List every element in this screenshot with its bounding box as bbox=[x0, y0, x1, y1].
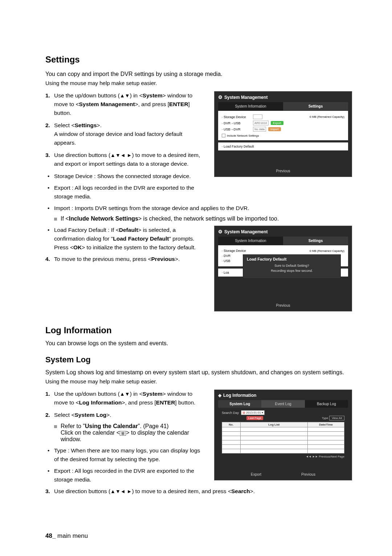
prev-next-page[interactable]: ◄◄ ►► Previous/Next Page bbox=[222, 455, 344, 458]
last-page-button[interactable]: Last Page bbox=[246, 416, 263, 420]
gear-icon: ⚙ bbox=[218, 94, 222, 100]
log-info-intro: You can browse logs on the system and ev… bbox=[45, 339, 352, 348]
network-settings-note: If <Include Network Settings> is checked… bbox=[45, 215, 352, 222]
type-select[interactable]: View All bbox=[329, 416, 344, 420]
bullet-export: Export : All logs recorded in the DVR ar… bbox=[45, 184, 205, 201]
step-4: 4.To move to the previous menu, press <P… bbox=[45, 255, 205, 263]
step-3: 3.Use direction buttons (▲▼◄ ►) to move … bbox=[45, 151, 205, 168]
bullet-type: Type : When there are too many logs, you… bbox=[45, 446, 205, 464]
previous-button[interactable]: Previous bbox=[215, 303, 352, 307]
log-step-1: 1.Use the up/down buttons (▲▼) in <Syste… bbox=[45, 390, 205, 407]
log-table: No.Log ListDate/Time bbox=[222, 422, 344, 454]
step-1: 1.Use the up/down buttons (▲▼) in <Syste… bbox=[45, 91, 205, 117]
search-day-input[interactable]: ▦2013-01-01 ▾ bbox=[241, 410, 265, 415]
tab-settings[interactable]: Settings bbox=[283, 102, 348, 110]
bullet-import: Import : Imports DVR settings from the s… bbox=[45, 204, 352, 213]
bullet-storage: Storage Device : Shows the connected sto… bbox=[45, 172, 205, 181]
log-icon: ◈ bbox=[218, 393, 221, 398]
tab-event-log[interactable]: Event Log bbox=[261, 400, 305, 408]
tab-system-info[interactable]: System Information bbox=[218, 102, 283, 110]
system-log-heading: System Log bbox=[45, 355, 352, 364]
import-button[interactable]: Import bbox=[268, 127, 281, 131]
tab-system-log[interactable]: System Log bbox=[218, 400, 261, 408]
log-step-3: 3.Use direction buttons (▲▼◄ ►) to move … bbox=[45, 487, 352, 496]
tab-system-info[interactable]: System Information bbox=[218, 237, 283, 245]
export-button[interactable]: Export bbox=[271, 121, 283, 125]
settings-mouse-note: Using the mouse may help make setup easi… bbox=[45, 80, 352, 86]
log-info-heading: Log Information bbox=[45, 325, 352, 335]
export-button[interactable]: Export bbox=[251, 472, 261, 476]
calendar-icon: ▦ bbox=[242, 411, 245, 414]
screenshot-system-management: ⚙System Management System Information Se… bbox=[214, 91, 352, 177]
page-footer: 48_ main menu bbox=[45, 532, 88, 540]
gear-icon: ⚙ bbox=[218, 229, 222, 234]
log-step-2: 2.Select <System Log>. bbox=[45, 411, 205, 419]
tab-backup-log[interactable]: Backup Log bbox=[305, 400, 348, 408]
system-log-mouse: Using the mouse may help make setup easi… bbox=[45, 378, 352, 384]
previous-button[interactable]: Previous bbox=[301, 472, 315, 476]
calendar-icon: ⊞ bbox=[120, 431, 126, 436]
bullet-load-factory: Load Factory Default : If <Default> is s… bbox=[45, 226, 205, 252]
calendar-note-1: Refer to "Using the Calendar". (Page 41)… bbox=[45, 423, 205, 443]
include-network-checkbox[interactable] bbox=[222, 134, 225, 137]
step-2: 2.Select <Settings>.A window of storage … bbox=[45, 121, 205, 147]
system-log-desc: System Log shows log and timestamp on ev… bbox=[45, 368, 352, 377]
load-factory-dialog: Load Factory Default Sure to Default Set… bbox=[243, 254, 341, 279]
previous-button[interactable]: Previous bbox=[215, 169, 352, 173]
bullet-export-log: Export : All logs recorded in the DVR ar… bbox=[45, 467, 205, 484]
screenshot-load-factory-dialog: ⚙System Management System Information Se… bbox=[214, 226, 352, 311]
screenshot-log-information: ◈Log Information System Log Event Log Ba… bbox=[214, 390, 352, 480]
settings-intro: You can copy and import the DVR settings… bbox=[45, 70, 352, 78]
settings-heading: Settings bbox=[45, 55, 352, 65]
tab-settings[interactable]: Settings bbox=[283, 237, 348, 245]
